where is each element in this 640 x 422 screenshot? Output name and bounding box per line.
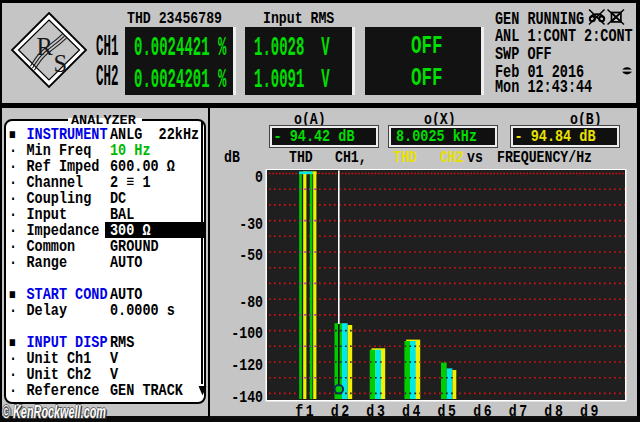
svg-text:d5: d5 <box>438 403 459 420</box>
svg-text:d4: d4 <box>402 403 423 420</box>
svg-text:f1: f1 <box>295 403 316 420</box>
svg-text:-140: -140 <box>231 388 263 405</box>
svg-text:-100: -100 <box>231 325 263 342</box>
svg-text:S: S <box>53 50 67 77</box>
svg-text:-30: -30 <box>239 216 263 233</box>
svg-text:d8: d8 <box>544 403 565 420</box>
svg-text:0: 0 <box>255 169 263 186</box>
svg-text:d2: d2 <box>331 403 352 420</box>
svg-text:d9: d9 <box>580 403 601 420</box>
svg-text:d3: d3 <box>366 403 387 420</box>
svg-text:-80: -80 <box>239 294 263 311</box>
svg-text:d6: d6 <box>473 403 494 420</box>
svg-text:© KenRockwell.com: © KenRockwell.com <box>2 401 106 422</box>
svg-text:d7: d7 <box>509 403 530 420</box>
svg-text:-120: -120 <box>231 357 263 374</box>
svg-text:-50: -50 <box>239 247 263 264</box>
